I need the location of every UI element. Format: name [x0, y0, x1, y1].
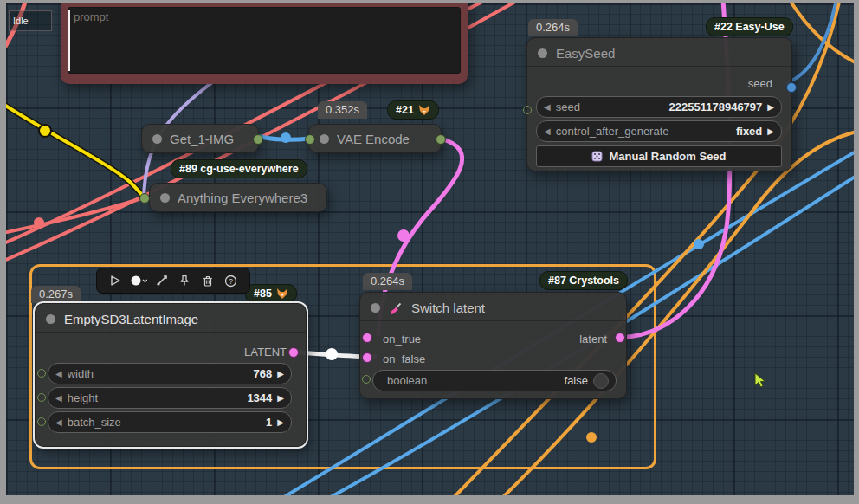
- vae-input-dot[interactable]: [305, 134, 315, 145]
- prompt-textarea[interactable]: prompt: [68, 7, 461, 74]
- stepper-left-icon[interactable]: ◀: [55, 417, 62, 427]
- seed-value[interactable]: 222551178946797: [669, 100, 763, 113]
- link-dot-salmon[interactable]: [34, 217, 44, 228]
- node-title: VAE Encode: [337, 132, 410, 146]
- node-title-row[interactable]: Switch latent: [360, 293, 626, 321]
- stepper-left-icon[interactable]: ◀: [55, 369, 62, 378]
- wire-yellow-outline: [6, 95, 144, 197]
- anything-id-badge: #89 cg-use-everywhere: [171, 159, 307, 178]
- seed-output-dot[interactable]: [786, 82, 797, 93]
- stepper-left-icon[interactable]: ◀: [544, 102, 551, 112]
- on-true-label: on_true: [383, 333, 421, 346]
- node-title: EasySeed: [556, 46, 615, 61]
- link-dot-pink[interactable]: [397, 229, 410, 242]
- seed-output-label: seed: [748, 77, 772, 90]
- collapse-dot-icon[interactable]: [538, 48, 547, 58]
- node-easyseed[interactable]: EasySeed seed ◀ seed 222551178946797 ▶ ◀…: [526, 37, 792, 171]
- control-value[interactable]: fixed: [736, 125, 762, 138]
- on-false-label: on_false: [383, 352, 425, 365]
- collapse-dot-icon[interactable]: [46, 314, 55, 324]
- stepper-right-icon[interactable]: ▶: [767, 102, 774, 112]
- wire-orange-3: [784, 3, 854, 68]
- node-vae-encode[interactable]: VAE Encode: [308, 124, 442, 153]
- collapse-dot-icon[interactable]: [371, 303, 380, 313]
- batch-size-widget[interactable]: ◀ batch_size 1 ▶: [48, 411, 292, 433]
- stepper-right-icon[interactable]: ▶: [767, 126, 774, 136]
- manual-random-seed-button[interactable]: Manual Random Seed: [536, 145, 782, 167]
- stepper-right-icon[interactable]: ▶: [277, 417, 284, 427]
- brush-icon: [389, 301, 403, 315]
- easyseed-id-badge: #22 Easy-Use: [706, 17, 793, 36]
- node-title: Anything Everywhere3: [178, 191, 307, 205]
- screenshot-frame: Idle prompt Get_1-IMG 0.352s #21 VAE Enc…: [0, 0, 859, 504]
- wire-salmon-3: [6, 197, 144, 236]
- fox-icon: [276, 288, 288, 299]
- node-title: EmptySD3LatentImage: [64, 312, 198, 326]
- vae-output-dot[interactable]: [436, 134, 446, 145]
- wire-yellow: [6, 95, 144, 197]
- anything-input-dot[interactable]: [139, 193, 150, 204]
- wire-blue-seed: [785, 3, 838, 83]
- prompt-node[interactable]: prompt: [61, 3, 468, 84]
- node-toolbar[interactable]: ?: [96, 268, 250, 294]
- svg-text:?: ?: [229, 276, 233, 285]
- color-swatch-icon[interactable]: [128, 269, 149, 292]
- switch-timer-badge: 0.264s: [363, 273, 412, 290]
- collapse-dot-icon[interactable]: [152, 134, 162, 144]
- run-node-icon[interactable]: [105, 269, 126, 292]
- latent-output-label: LATENT: [244, 346, 287, 359]
- text-caret: [68, 10, 70, 71]
- status-label: Idle: [13, 16, 29, 26]
- batch-size-input-dot[interactable]: [37, 417, 46, 426]
- help-icon[interactable]: ?: [221, 269, 242, 292]
- vae-id-badge: #21: [387, 100, 439, 120]
- node-title: Get_1-IMG: [170, 132, 234, 146]
- width-input-dot[interactable]: [37, 369, 46, 378]
- node-title-row[interactable]: EmptySD3LatentImage: [36, 304, 306, 333]
- boolean-input-dot[interactable]: [362, 375, 371, 384]
- height-input-dot[interactable]: [37, 393, 46, 402]
- on-false-input-dot[interactable]: [362, 352, 372, 363]
- on-true-input-dot[interactable]: [362, 333, 372, 343]
- empty-latent-timer-badge: 0.267s: [31, 286, 81, 303]
- node-empty-sd3-latent-image[interactable]: EmptySD3LatentImage LATENT ◀ width 768 ▶…: [35, 303, 307, 447]
- node-graph-canvas[interactable]: Idle prompt Get_1-IMG 0.352s #21 VAE Enc…: [6, 3, 854, 495]
- stepper-left-icon[interactable]: ◀: [544, 126, 551, 136]
- link-dot-yellow[interactable]: [39, 125, 51, 137]
- easyseed-timer-badge: 0.264s: [528, 19, 578, 36]
- node-switch-latent[interactable]: Switch latent on_true on_false latent bo…: [359, 292, 627, 399]
- empty-latent-id-badge: #85: [245, 284, 297, 303]
- wire-blue-short: [257, 136, 309, 139]
- node-title: Switch latent: [411, 300, 485, 315]
- get-img-output-dot[interactable]: [253, 134, 263, 145]
- latent-output-dot[interactable]: [288, 347, 299, 358]
- seed-widget-input-dot[interactable]: [523, 106, 532, 114]
- width-widget[interactable]: ◀ width 768 ▶: [48, 363, 292, 384]
- height-widget[interactable]: ◀ height 1344 ▶: [48, 387, 292, 409]
- dice-icon: [591, 151, 603, 162]
- stepper-left-icon[interactable]: ◀: [55, 393, 62, 403]
- collapse-dot-icon[interactable]: [320, 134, 329, 144]
- prompt-placeholder: prompt: [74, 10, 108, 23]
- vae-timer-badge: 0.352s: [318, 101, 367, 119]
- trash-icon[interactable]: [197, 269, 218, 292]
- switch-output-label: latent: [579, 333, 607, 346]
- link-dot-blue-short[interactable]: [281, 132, 291, 143]
- boolean-toggle-widget[interactable]: boolean false: [372, 370, 617, 391]
- bypass-icon[interactable]: [152, 269, 172, 292]
- node-title-row[interactable]: EasySeed: [527, 38, 791, 67]
- collapse-dot-icon[interactable]: [160, 193, 170, 203]
- node-anything-everywhere[interactable]: Anything Everywhere3: [149, 183, 327, 212]
- switch-latent-output-dot[interactable]: [615, 333, 625, 343]
- link-dot-blue-diag[interactable]: [694, 239, 704, 249]
- seed-widget[interactable]: ◀ seed 222551178946797 ▶: [536, 96, 782, 118]
- stepper-right-icon[interactable]: ▶: [277, 369, 284, 378]
- mouse-cursor: [754, 372, 768, 390]
- stepper-right-icon[interactable]: ▶: [277, 393, 284, 403]
- status-badge: Idle: [9, 10, 52, 31]
- switch-id-badge: #87 Crystools: [539, 271, 628, 290]
- node-get-1-img[interactable]: Get_1-IMG: [141, 124, 259, 153]
- control-after-generate-widget[interactable]: ◀ control_after_generate fixed ▶: [536, 120, 782, 142]
- pin-icon[interactable]: [174, 269, 195, 292]
- toggle-knob[interactable]: [593, 373, 609, 389]
